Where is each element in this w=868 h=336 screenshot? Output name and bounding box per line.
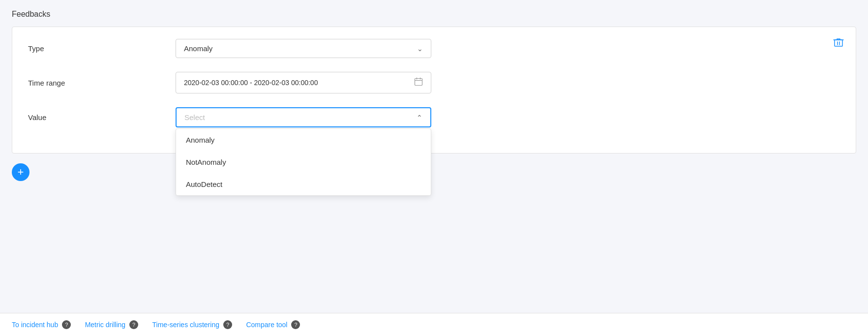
value-field-row: Value Select ⌃ Anomaly NotAnomaly AutoDe… (28, 107, 840, 127)
page-title: Feedbacks (12, 10, 856, 19)
dropdown-item-autodetect[interactable]: AutoDetect (176, 173, 431, 195)
feedback-card: Type Anomaly ⌄ Time range 2020-02-03 00:… (12, 27, 856, 153)
metric-drilling-help-icon[interactable]: ? (129, 320, 138, 329)
time-range-label: Time range (28, 79, 176, 87)
add-feedback-button[interactable]: + (12, 163, 30, 181)
delete-button[interactable] (833, 37, 844, 50)
type-field-row: Type Anomaly ⌄ (28, 39, 840, 58)
plus-icon: + (18, 166, 24, 179)
chevron-up-icon: ⌃ (417, 114, 422, 122)
type-select-value: Anomaly (184, 44, 212, 53)
dropdown-item-notanomaly[interactable]: NotAnomaly (176, 151, 431, 173)
value-field-control: Select ⌃ Anomaly NotAnomaly AutoDetect (176, 107, 431, 127)
value-select[interactable]: Select ⌃ (176, 107, 431, 127)
time-range-field-row: Time range 2020-02-03 00:00:00 - 2020-02… (28, 72, 840, 93)
value-label: Value (28, 113, 176, 122)
time-series-clustering-help-icon[interactable]: ? (223, 320, 232, 329)
type-label: Type (28, 44, 176, 53)
time-range-field-control: 2020-02-03 00:00:00 - 2020-02-03 00:00:0… (176, 72, 431, 93)
time-range-value: 2020-02-03 00:00:00 - 2020-02-03 00:00:0… (184, 79, 318, 87)
time-range-input[interactable]: 2020-02-03 00:00:00 - 2020-02-03 00:00:0… (176, 72, 431, 93)
to-incident-hub-help-icon[interactable]: ? (62, 320, 71, 329)
chevron-down-icon: ⌄ (417, 45, 423, 53)
dropdown-item-anomaly[interactable]: Anomaly (176, 129, 431, 151)
type-select[interactable]: Anomaly ⌄ (176, 39, 431, 58)
compare-tool-help-icon[interactable]: ? (291, 320, 300, 329)
to-incident-hub-link[interactable]: To incident hub (12, 321, 58, 329)
time-series-clustering-link[interactable]: Time-series clustering (152, 321, 219, 329)
calendar-icon (414, 77, 423, 88)
footer-links: To incident hub ? Metric drilling ? Time… (0, 313, 868, 336)
metric-drilling-link[interactable]: Metric drilling (85, 321, 125, 329)
value-dropdown-menu: Anomaly NotAnomaly AutoDetect (176, 128, 431, 196)
page-container: Feedbacks Type Anomaly ⌄ Time range 2020… (0, 0, 868, 336)
compare-tool-link[interactable]: Compare tool (246, 321, 287, 329)
value-select-placeholder: Select (184, 113, 205, 122)
svg-rect-0 (415, 79, 422, 86)
type-field-control: Anomaly ⌄ (176, 39, 431, 58)
svg-rect-4 (835, 40, 842, 46)
